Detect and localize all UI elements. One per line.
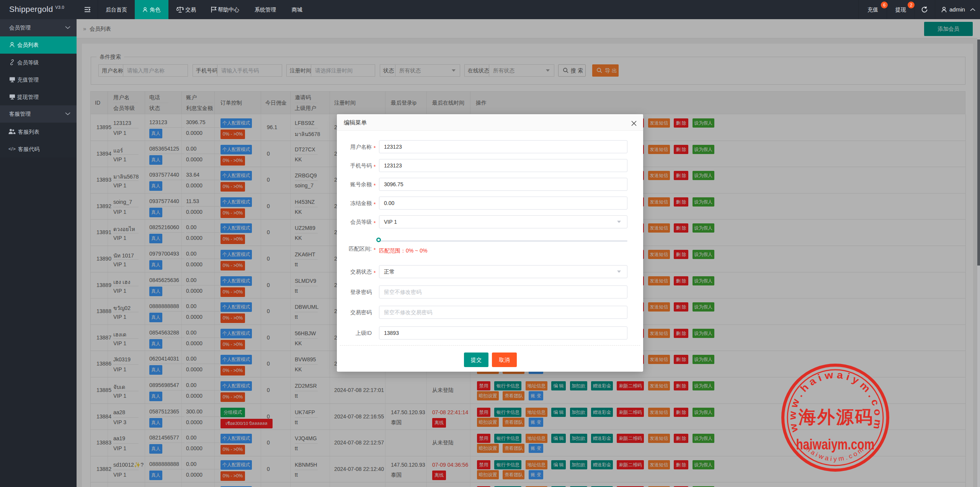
svg-text:海外源码: 海外源码 xyxy=(798,407,874,427)
